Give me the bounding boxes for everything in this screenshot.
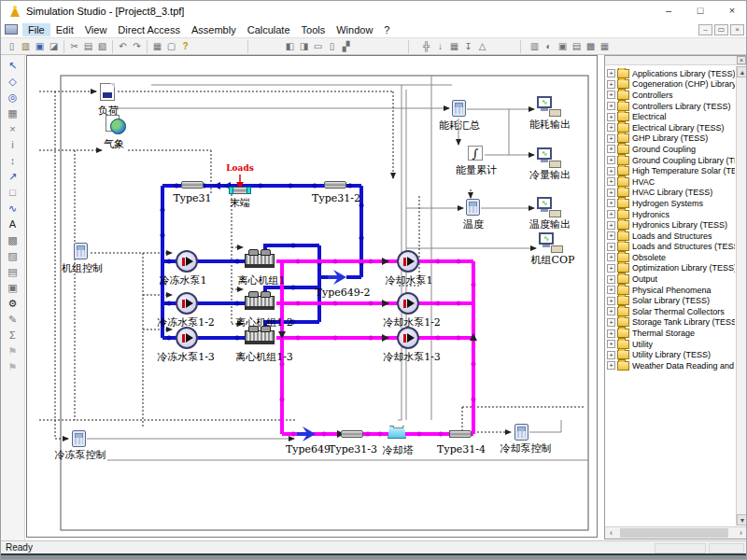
save-button[interactable]: ▣	[33, 40, 47, 53]
tile-button[interactable]: ▞	[339, 40, 353, 53]
table-button[interactable]: ▦	[447, 40, 461, 53]
expand-icon[interactable]: +	[607, 156, 615, 164]
fit-vertical-button[interactable]: ◨	[297, 40, 311, 53]
menu-window[interactable]: Window	[331, 23, 378, 36]
expand-icon[interactable]: +	[607, 167, 615, 175]
print-preview-button[interactable]: ▢	[164, 40, 178, 53]
copy-button[interactable]: ▤	[81, 40, 95, 53]
document-icon[interactable]	[5, 24, 18, 35]
grid-a-tool-icon[interactable]: ▩	[5, 232, 21, 247]
node-temperature-output[interactable]: ∿	[537, 197, 561, 217]
tree-item[interactable]: +Applications Library (TESS)	[607, 68, 735, 79]
tree-item[interactable]: +HVAC	[607, 176, 735, 188]
save-all-button[interactable]: ◪	[47, 40, 61, 53]
node-chilled-pump-1[interactable]	[176, 250, 198, 273]
node-cooling-output[interactable]: ∿	[537, 147, 561, 168]
panel-close-icon[interactable]: ×	[737, 56, 746, 64]
settings-tool-icon[interactable]: ⚙	[5, 296, 21, 311]
expand-icon[interactable]: +	[607, 123, 615, 132]
scroll-up-icon[interactable]: ▲	[737, 66, 747, 77]
move-link-tool-icon[interactable]: ↕	[5, 153, 21, 168]
drop-button[interactable]: ↓	[433, 40, 447, 53]
grid-b-tool-icon[interactable]: ▨	[5, 248, 21, 263]
node-weather[interactable]	[106, 115, 120, 132]
expand-icon[interactable]: +	[607, 210, 615, 218]
expand-icon[interactable]: +	[607, 361, 615, 370]
tree-item[interactable]: +Hydronics	[607, 209, 735, 220]
node-cooling-pump-2[interactable]	[397, 292, 419, 315]
node-chilled-pump-2[interactable]	[176, 292, 198, 315]
undo-button[interactable]: ↶	[116, 40, 130, 53]
node-load[interactable]	[100, 83, 115, 101]
tree-item[interactable]: +Physical Phenomena	[607, 285, 735, 296]
scroll-right-icon[interactable]: ›	[735, 527, 747, 539]
menu-calculate[interactable]: Calculate	[242, 23, 296, 36]
expand-icon[interactable]: +	[607, 297, 615, 305]
expand-icon[interactable]: +	[607, 91, 615, 99]
rotate-button[interactable]: ◐	[542, 40, 556, 53]
tree-item[interactable]: +Solar Thermal Collectors	[607, 306, 735, 317]
node-terminal[interactable]	[229, 187, 251, 194]
node-chiller-2[interactable]	[245, 296, 275, 310]
stamp-tool-icon[interactable]: □	[5, 185, 21, 200]
tree-item[interactable]: +Loads and Structures (TESS)	[607, 242, 735, 253]
tree-item[interactable]: +Electrical Library (TESS)	[607, 122, 735, 133]
delete-tool-icon[interactable]: ×	[5, 121, 21, 136]
node-energy-summary[interactable]	[452, 100, 466, 117]
tree-item[interactable]: +Electrical	[607, 111, 735, 122]
redo-button[interactable]: ↷	[130, 40, 144, 53]
node-energy-integrator[interactable]: ∫	[468, 146, 483, 161]
node-cooling-pump-1[interactable]	[397, 250, 419, 273]
plot-tool-icon[interactable]: ▦	[5, 105, 21, 120]
macro-button[interactable]: △	[475, 40, 489, 53]
menu-edit[interactable]: Edit	[50, 23, 79, 36]
expand-icon[interactable]: +	[607, 329, 615, 338]
expand-icon[interactable]: +	[607, 134, 615, 143]
node-chilled-pump-3[interactable]	[176, 327, 198, 349]
expand-icon[interactable]: +	[607, 80, 615, 89]
node-type31[interactable]	[181, 181, 204, 189]
node-cooling-pump-control[interactable]	[514, 424, 529, 441]
expand-icon[interactable]: +	[607, 177, 615, 186]
tree-item[interactable]: +Controllers Library (TESS)	[607, 101, 735, 112]
tree-item[interactable]: +Loads and Structures	[607, 231, 735, 242]
print-button[interactable]: ▦	[150, 40, 164, 53]
tree-item[interactable]: +Thermal Storage	[607, 328, 735, 339]
node-type31-4[interactable]	[449, 430, 472, 438]
lock-button[interactable]: ▣	[556, 40, 570, 53]
zoom-tool-icon[interactable]: ◎	[5, 90, 21, 105]
hierarchy-button[interactable]: ╬	[419, 40, 433, 53]
pen-tool-icon[interactable]: ✎	[5, 312, 21, 327]
expand-icon[interactable]: +	[607, 102, 615, 110]
cut-button[interactable]: ✂	[67, 40, 81, 53]
sheet-tool-icon[interactable]: ▣	[5, 280, 21, 295]
zoom-extents-button[interactable]: ▭	[311, 40, 325, 53]
pan-tool-icon[interactable]: ◇	[5, 74, 21, 89]
tree-item[interactable]: +Hydronics Library (TESS)	[607, 219, 735, 231]
node-temperature[interactable]	[466, 199, 480, 216]
tree-item[interactable]: +Cogeneration (CHP) Library (TESS)	[607, 79, 735, 91]
library-horizontal-scrollbar[interactable]: ‹ ›	[605, 526, 747, 539]
expand-icon[interactable]: +	[607, 199, 615, 207]
report-button[interactable]: ▤	[570, 40, 584, 53]
tree-item[interactable]: +Obsolete	[607, 252, 735, 263]
output-manager-button[interactable]: ▦	[598, 40, 612, 53]
expand-icon[interactable]: +	[607, 264, 615, 273]
node-chiller-1[interactable]	[245, 254, 275, 268]
scrollbar-thumb[interactable]	[620, 528, 728, 538]
node-type31-2[interactable]	[324, 181, 346, 189]
node-chiller-3[interactable]	[245, 330, 275, 344]
scroll-left-icon[interactable]: ‹	[605, 527, 617, 539]
node-cooling-pump-3[interactable]	[397, 327, 419, 349]
open-button[interactable]: ▥	[19, 40, 33, 53]
maximize-button[interactable]: □	[684, 2, 716, 21]
child-close-button[interactable]: ×	[730, 24, 744, 35]
info-tool-icon[interactable]: i	[5, 137, 21, 152]
grid-button[interactable]: ▩	[584, 40, 598, 53]
node-energy-output[interactable]: ∿	[537, 96, 561, 117]
child-restore-button[interactable]: ▭	[714, 24, 728, 35]
fit-horizontal-button[interactable]: ◧	[283, 40, 297, 53]
select-tool-icon[interactable]: ↖	[5, 58, 21, 73]
minimize-button[interactable]: –	[653, 2, 684, 21]
run-tool-icon[interactable]: Σ	[5, 328, 21, 343]
